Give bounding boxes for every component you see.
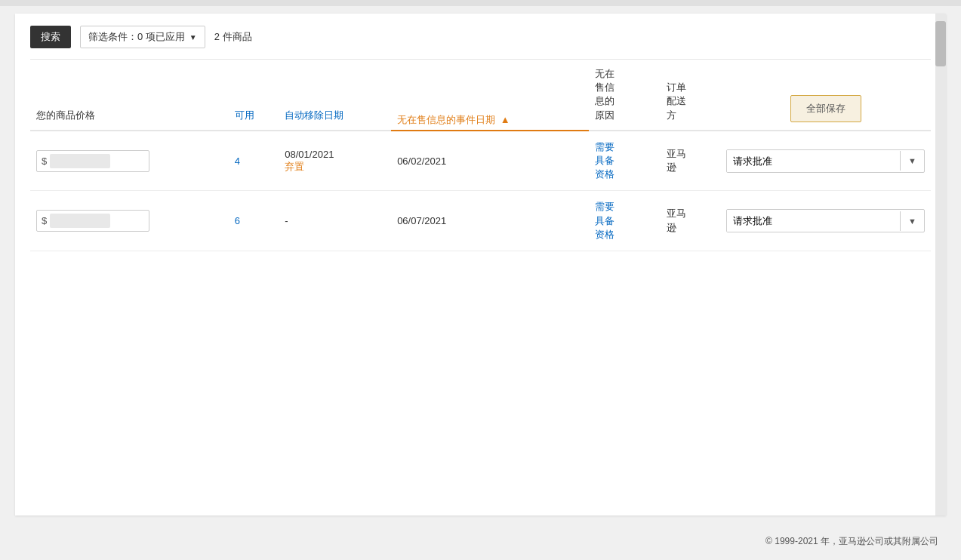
action-dropdown-wrapper-2: 请求批准 ▼ bbox=[726, 209, 925, 232]
th-auto-remove: 自动移除日期 bbox=[279, 60, 391, 131]
dropdown-arrow-icon-2[interactable]: ▼ bbox=[900, 211, 924, 231]
chevron-down-icon: ▼ bbox=[189, 33, 197, 42]
available-link-1[interactable]: 4 bbox=[235, 155, 240, 167]
shipping-text-1: 亚马 逊 bbox=[667, 147, 714, 174]
filter-dropdown[interactable]: 筛选条件：0 项已应用 ▼ bbox=[80, 26, 205, 48]
search-button[interactable]: 搜索 bbox=[30, 26, 71, 48]
auto-remove-link-1[interactable]: 弃置 bbox=[285, 160, 385, 174]
table-row: $ 6 - 06/07/2021 需要 bbox=[30, 191, 931, 251]
td-price-1: $ bbox=[30, 131, 229, 191]
footer: © 1999-2021 年，亚马逊公司或其附属公司 bbox=[0, 523, 961, 560]
top-bar bbox=[0, 0, 961, 6]
auto-remove-date-1: 08/01/2021 bbox=[285, 149, 385, 160]
product-table: 您的商品价格 可用 自动移除日期 无在售信息的事件日期 ▲ 无在 bbox=[30, 60, 931, 251]
td-reason-2: 需要 具备 资格 bbox=[589, 191, 661, 251]
td-action-2: 请求批准 ▼ bbox=[720, 191, 931, 251]
currency-symbol-2: $ bbox=[42, 215, 47, 226]
price-input-1[interactable] bbox=[50, 154, 110, 168]
td-action-1: 请求批准 ▼ bbox=[720, 131, 931, 191]
th-price: 您的商品价格 bbox=[30, 60, 229, 131]
price-input-wrapper-1: $ bbox=[36, 150, 149, 172]
td-available-1: 4 bbox=[229, 131, 279, 191]
item-count: 2 件商品 bbox=[214, 30, 252, 44]
action-select-2[interactable]: 请求批准 bbox=[727, 210, 900, 232]
reason-text-2: 需要 具备 资格 bbox=[595, 200, 655, 242]
copyright-text: © 1999-2021 年，亚马逊公司或其附属公司 bbox=[765, 536, 938, 546]
td-shipping-1: 亚马 逊 bbox=[661, 131, 720, 191]
currency-symbol-1: $ bbox=[42, 155, 47, 167]
dropdown-arrow-icon-1[interactable]: ▼ bbox=[900, 151, 924, 171]
td-event-date-1: 06/02/2021 bbox=[391, 131, 589, 191]
main-content: 搜索 筛选条件：0 项已应用 ▼ 2 件商品 您的商品价格 可用 自动移除日期 bbox=[15, 14, 946, 515]
table-header-row: 您的商品价格 可用 自动移除日期 无在售信息的事件日期 ▲ 无在 bbox=[30, 60, 931, 131]
toolbar: 搜索 筛选条件：0 项已应用 ▼ 2 件商品 bbox=[30, 26, 931, 60]
available-link-2[interactable]: 6 bbox=[235, 215, 240, 226]
reason-text-1: 需要 具备 资格 bbox=[595, 140, 655, 182]
td-reason-1: 需要 具备 资格 bbox=[589, 131, 661, 191]
th-event-date: 无在售信息的事件日期 ▲ bbox=[391, 60, 589, 131]
filter-label: 筛选条件：0 项已应用 bbox=[88, 30, 185, 44]
save-all-button[interactable]: 全部保存 bbox=[790, 95, 861, 122]
td-auto-remove-2: - bbox=[279, 191, 391, 251]
th-save-all: 全部保存 bbox=[720, 60, 931, 131]
auto-remove-date-2: - bbox=[285, 215, 385, 226]
sort-arrow-icon: ▲ bbox=[501, 114, 510, 125]
td-shipping-2: 亚马 逊 bbox=[661, 191, 720, 251]
page-wrapper: 搜索 筛选条件：0 项已应用 ▼ 2 件商品 您的商品价格 可用 自动移除日期 bbox=[0, 0, 961, 560]
action-dropdown-wrapper-1: 请求批准 ▼ bbox=[726, 149, 925, 173]
table-row: $ 4 08/01/2021 弃置 06/02/2021 bbox=[30, 131, 931, 191]
td-price-2: $ bbox=[30, 191, 229, 251]
td-available-2: 6 bbox=[229, 191, 279, 251]
price-input-2[interactable] bbox=[50, 214, 110, 228]
th-no-listing-reason: 无在 售信 息的 原因 bbox=[589, 60, 661, 131]
price-input-wrapper-2: $ bbox=[36, 210, 149, 232]
action-select-1[interactable]: 请求批准 bbox=[727, 150, 900, 172]
td-auto-remove-1: 08/01/2021 弃置 bbox=[279, 131, 391, 191]
th-shipping: 订单 配送 方 bbox=[661, 60, 720, 131]
scrollbar[interactable] bbox=[935, 14, 946, 515]
td-event-date-2: 06/07/2021 bbox=[391, 191, 589, 251]
th-available: 可用 bbox=[229, 60, 279, 131]
scrollbar-thumb[interactable] bbox=[935, 21, 946, 66]
shipping-text-2: 亚马 逊 bbox=[667, 207, 714, 234]
